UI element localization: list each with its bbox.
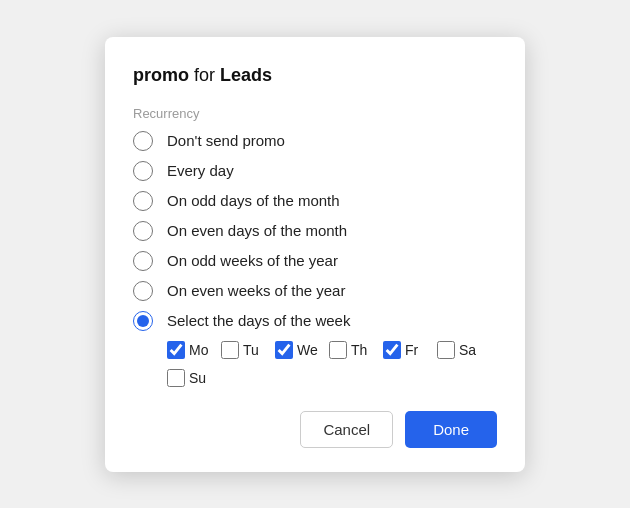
day-label-day_su: Su — [189, 370, 211, 386]
days-row: MoTuWeThFrSaSu — [167, 341, 497, 387]
radio-label-opt_no_send: Don't send promo — [167, 132, 285, 149]
radio-input-opt_even_weeks[interactable] — [133, 281, 153, 301]
dialog: promo for Leads Recurrency Don't send pr… — [105, 37, 525, 472]
day-label-day_sa: Sa — [459, 342, 481, 358]
radio-label-opt_every_day: Every day — [167, 162, 234, 179]
radio-label-opt_odd_weeks: On odd weeks of the year — [167, 252, 338, 269]
checkbox-day_tu[interactable] — [221, 341, 239, 359]
day-item-day_fr[interactable]: Fr — [383, 341, 427, 359]
recurrency-label: Recurrency — [133, 106, 497, 121]
day-label-day_tu: Tu — [243, 342, 265, 358]
radio-label-opt_even_days: On even days of the month — [167, 222, 347, 239]
radio-label-opt_odd_days: On odd days of the month — [167, 192, 340, 209]
radio-input-opt_odd_weeks[interactable] — [133, 251, 153, 271]
radio-options-list: Don't send promoEvery dayOn odd days of … — [133, 131, 497, 387]
checkbox-day_we[interactable] — [275, 341, 293, 359]
radio-option-opt_even_days[interactable]: On even days of the month — [133, 221, 497, 241]
radio-option-opt_every_day[interactable]: Every day — [133, 161, 497, 181]
checkbox-day_fr[interactable] — [383, 341, 401, 359]
radio-option-opt_days_of_week[interactable]: Select the days of the week — [133, 311, 497, 331]
title-leads: Leads — [220, 65, 272, 85]
checkbox-day_su[interactable] — [167, 369, 185, 387]
radio-label-opt_days_of_week: Select the days of the week — [167, 312, 350, 329]
radio-input-opt_no_send[interactable] — [133, 131, 153, 151]
radio-input-opt_even_days[interactable] — [133, 221, 153, 241]
radio-input-opt_every_day[interactable] — [133, 161, 153, 181]
radio-option-opt_odd_weeks[interactable]: On odd weeks of the year — [133, 251, 497, 271]
day-item-day_mo[interactable]: Mo — [167, 341, 211, 359]
day-item-day_su[interactable]: Su — [167, 369, 211, 387]
day-label-day_fr: Fr — [405, 342, 427, 358]
day-item-day_we[interactable]: We — [275, 341, 319, 359]
day-label-day_we: We — [297, 342, 319, 358]
day-item-day_th[interactable]: Th — [329, 341, 373, 359]
day-item-day_sa[interactable]: Sa — [437, 341, 481, 359]
radio-input-opt_days_of_week[interactable] — [133, 311, 153, 331]
day-item-day_tu[interactable]: Tu — [221, 341, 265, 359]
checkbox-day_mo[interactable] — [167, 341, 185, 359]
title-connector: for — [189, 65, 220, 85]
radio-input-opt_odd_days[interactable] — [133, 191, 153, 211]
radio-label-opt_even_weeks: On even weeks of the year — [167, 282, 345, 299]
cancel-button[interactable]: Cancel — [300, 411, 393, 448]
radio-option-opt_even_weeks[interactable]: On even weeks of the year — [133, 281, 497, 301]
checkbox-day_sa[interactable] — [437, 341, 455, 359]
checkbox-day_th[interactable] — [329, 341, 347, 359]
radio-option-opt_odd_days[interactable]: On odd days of the month — [133, 191, 497, 211]
day-label-day_th: Th — [351, 342, 373, 358]
day-label-day_mo: Mo — [189, 342, 211, 358]
done-button[interactable]: Done — [405, 411, 497, 448]
button-row: Cancel Done — [133, 411, 497, 448]
dialog-title: promo for Leads — [133, 65, 497, 86]
radio-option-opt_no_send[interactable]: Don't send promo — [133, 131, 497, 151]
title-promo: promo — [133, 65, 189, 85]
